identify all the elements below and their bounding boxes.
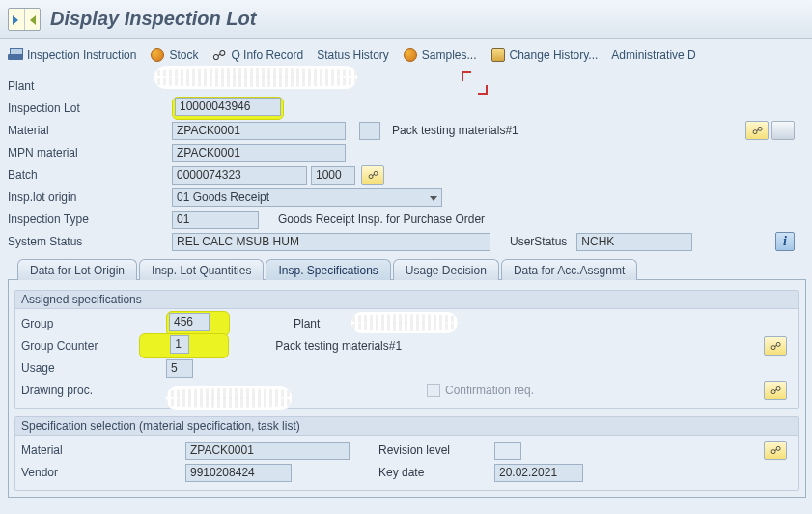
title-bar: Display Inspection Lot — [0, 0, 812, 39]
status-history-label: Status History — [317, 48, 389, 62]
samples-button[interactable]: Samples... — [403, 47, 477, 63]
q-info-record-label: Q Info Record — [231, 48, 303, 62]
material-field[interactable]: ZPACK0001 — [172, 122, 346, 140]
vendor-label: Vendor — [21, 466, 185, 479]
tab-lot-quantities[interactable]: Insp. Lot Quantities — [139, 259, 264, 280]
status-history-button[interactable]: Status History — [317, 48, 389, 62]
tab-panel: Assigned specifications Group 456 Plant … — [8, 279, 806, 498]
mpn-material-label: MPN material — [8, 146, 172, 159]
group-label: Group — [21, 317, 166, 330]
link-icon: ☍ — [211, 47, 227, 63]
ball-icon — [150, 47, 165, 63]
redaction — [351, 312, 458, 333]
batch-field[interactable]: 0000074323 — [172, 166, 307, 185]
assigned-specifications-group: Assigned specifications Group 456 Plant … — [14, 290, 799, 409]
window-icon — [8, 8, 41, 31]
plant-label: Plant — [8, 79, 172, 93]
user-status-field[interactable]: NCHK — [576, 233, 692, 251]
sel-material-label: Material — [21, 443, 185, 457]
redaction — [166, 386, 292, 410]
q-info-record-button[interactable]: ☍ Q Info Record — [211, 47, 303, 63]
revision-field[interactable] — [494, 442, 521, 460]
confirmation-label: Confirmation req. — [445, 384, 534, 397]
highlight: 1 — [139, 333, 229, 358]
tab-strip: Data for Lot Origin Insp. Lot Quantities… — [17, 258, 806, 279]
tab-lot-origin[interactable]: Data for Lot Origin — [17, 259, 137, 280]
material-help-button[interactable] — [359, 122, 380, 140]
batch-sub-field[interactable]: 1000 — [311, 166, 355, 185]
inspection-type-field[interactable]: 01 — [172, 211, 259, 229]
usage-field[interactable]: 5 — [166, 359, 193, 378]
keydate-field[interactable]: 20.02.2021 — [494, 464, 583, 482]
inspection-lot-label: Inspection Lot — [8, 101, 172, 115]
ball-icon — [403, 47, 418, 63]
system-status-label: System Status — [8, 235, 172, 248]
tab-insp-specifications[interactable]: Insp. Specifications — [266, 259, 390, 280]
change-history-button[interactable]: Change History... — [490, 47, 599, 63]
dropdown-icon — [430, 190, 441, 204]
history-icon — [490, 47, 506, 63]
structure-button[interactable] — [771, 121, 795, 140]
system-status-field[interactable]: REL CALC MSUB HUM — [172, 233, 490, 251]
usage-label: Usage — [21, 361, 166, 375]
inspection-lot-field[interactable]: 10000043946 — [175, 98, 281, 116]
vendor-field[interactable]: 9910208424 — [185, 464, 292, 482]
group-field[interactable]: 456 — [169, 313, 210, 331]
material-label: Material — [8, 124, 172, 137]
page-title: Display Inspection Lot — [50, 8, 256, 30]
confirmation-checkbox — [427, 384, 440, 397]
origin-value: 01 Goods Receipt — [173, 190, 428, 204]
origin-label: Insp.lot origin — [8, 190, 172, 204]
batch-label: Batch — [8, 168, 172, 182]
group-counter-text: Pack testing materials#1 — [275, 339, 402, 353]
inspection-instruction-label: Inspection Instruction — [27, 48, 136, 62]
focus-bracket — [478, 85, 488, 95]
spec-selection-group: Specification selection (material specif… — [14, 416, 799, 491]
tab-acc-assignment[interactable]: Data for Acc.Assgnmt — [501, 259, 637, 280]
revision-label: Revision level — [378, 443, 494, 457]
spec-selection-legend: Specification selection (material specif… — [15, 417, 798, 436]
link-button[interactable]: ☍ — [745, 121, 769, 140]
toolbar: Inspection Instruction Stock ☍ Q Info Re… — [0, 39, 812, 71]
stock-button[interactable]: Stock — [150, 47, 198, 63]
link-button[interactable]: ☍ — [764, 336, 787, 356]
user-status-label: UserStatus — [510, 235, 567, 248]
stock-label: Stock — [169, 48, 198, 62]
redaction — [154, 66, 357, 89]
assigned-plant-label: Plant — [294, 317, 320, 330]
change-history-label: Change History... — [510, 48, 599, 62]
inspection-instruction-button[interactable]: Inspection Instruction — [8, 47, 136, 63]
assigned-specifications-legend: Assigned specifications — [15, 291, 798, 309]
samples-label: Samples... — [422, 48, 477, 62]
info-button[interactable]: i — [775, 232, 795, 251]
header-fields: Plant Inspection Lot 10000043946 Materia… — [0, 71, 812, 252]
link-button[interactable]: ☍ — [764, 381, 787, 400]
keydate-label: Key date — [378, 466, 494, 479]
link-button[interactable]: ☍ — [764, 441, 787, 460]
inspection-type-label: Inspection Type — [8, 213, 172, 226]
focus-bracket — [462, 71, 471, 81]
drawing-label: Drawing proc. — [21, 384, 166, 397]
administrative-data-button[interactable]: Administrative D — [611, 48, 695, 62]
print-icon — [8, 47, 23, 63]
origin-dropdown[interactable]: 01 Goods Receipt — [172, 188, 442, 207]
highlight: 10000043946 — [172, 97, 284, 120]
sel-material-field[interactable]: ZPACK0001 — [185, 442, 350, 460]
administrative-data-label: Administrative D — [611, 48, 695, 62]
group-counter-field[interactable]: 1 — [170, 335, 189, 354]
material-text: Pack testing materials#1 — [392, 124, 518, 137]
tab-usage-decision[interactable]: Usage Decision — [393, 259, 499, 280]
batch-link-button[interactable]: ☍ — [361, 165, 384, 185]
mpn-material-field[interactable]: ZPACK0001 — [172, 144, 346, 162]
inspection-type-text: Goods Receipt Insp. for Purchase Order — [278, 213, 485, 226]
